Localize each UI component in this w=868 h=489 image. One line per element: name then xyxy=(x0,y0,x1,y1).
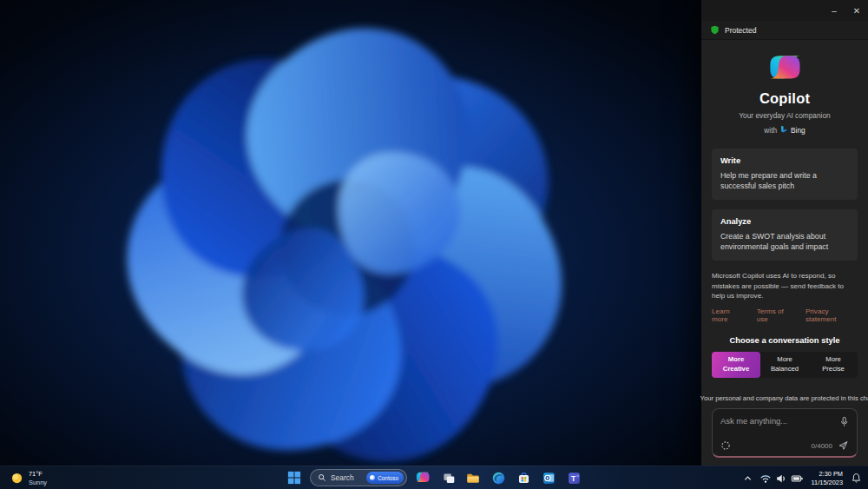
outlook-icon xyxy=(542,471,556,486)
store-icon xyxy=(516,471,531,486)
card-title: Write xyxy=(720,156,849,165)
with-label: with xyxy=(764,126,777,135)
bell-icon xyxy=(851,472,862,484)
teams-icon: T xyxy=(567,471,582,486)
copilot-icon xyxy=(415,471,431,485)
terms-of-use-link[interactable]: Terms of use xyxy=(757,307,794,323)
tray-time: 2:30 PM xyxy=(812,470,843,479)
taskbar: 71°F Sunny xyxy=(0,466,868,489)
microphone-button[interactable] xyxy=(839,416,849,427)
tray-status-group[interactable] xyxy=(757,469,806,488)
weather-condition: Sunny xyxy=(29,479,47,487)
tray-date: 11/15/2023 xyxy=(812,479,843,487)
volume-icon xyxy=(775,472,787,485)
style-more-balanced[interactable]: More Balanced xyxy=(760,352,809,378)
edge-icon xyxy=(491,471,506,486)
windows-logo-icon xyxy=(287,471,301,485)
taskbar-file-explorer[interactable] xyxy=(464,468,483,487)
minimize-button[interactable]: – xyxy=(823,0,845,21)
conversation-style-heading: Choose a conversation style xyxy=(712,335,858,345)
suggestion-card-analyze[interactable]: Analyze Create a SWOT analysis about env… xyxy=(712,209,858,261)
taskbar-copilot[interactable] xyxy=(413,468,432,487)
copilot-panel: – ✕ Protected Copilot Your everyday AI c… xyxy=(701,0,868,466)
taskbar-microsoft-store[interactable] xyxy=(514,468,533,487)
card-body: Help me prepare and write a successful s… xyxy=(720,170,849,192)
conversation-style-group: More Creative More Balanced More Precise xyxy=(712,352,858,378)
screenshot-icon xyxy=(720,440,731,451)
bing-icon xyxy=(779,125,788,135)
send-icon xyxy=(838,440,849,451)
search-input[interactable] xyxy=(331,473,362,482)
svg-text:T: T xyxy=(571,473,576,482)
learn-more-link[interactable]: Learn more xyxy=(712,307,746,323)
taskbar-teams[interactable]: T xyxy=(564,468,583,487)
weather-widget[interactable]: 71°F Sunny xyxy=(5,466,52,489)
search-brand-badge[interactable]: Contoso xyxy=(366,472,404,484)
tray-overflow-button[interactable] xyxy=(740,469,755,488)
screen: – ✕ Protected Copilot Your everyday AI c… xyxy=(0,0,868,489)
close-button[interactable]: ✕ xyxy=(845,0,868,21)
ai-disclaimer: Microsoft Copilot uses AI to respond, so… xyxy=(712,271,858,301)
copilot-logo-icon xyxy=(766,53,803,84)
page-title: Copilot xyxy=(712,90,858,107)
style-more-creative[interactable]: More Creative xyxy=(712,352,760,378)
protected-badge: Protected xyxy=(701,21,868,40)
chat-input-box[interactable]: 0/4000 xyxy=(712,408,858,458)
card-body: Create a SWOT analysis about environment… xyxy=(720,231,849,253)
notification-button[interactable] xyxy=(848,469,865,488)
panel-titlebar: – ✕ xyxy=(701,0,868,21)
style-more-precise[interactable]: More Precise xyxy=(809,352,858,378)
privacy-statement-link[interactable]: Privacy statement xyxy=(806,307,858,323)
screenshot-button[interactable] xyxy=(720,440,731,451)
brand-logo-icon xyxy=(370,475,375,480)
taskbar-outlook[interactable] xyxy=(539,468,558,487)
microphone-icon xyxy=(839,416,849,427)
chevron-up-icon xyxy=(743,474,753,483)
taskbar-search[interactable]: Contoso xyxy=(310,469,407,486)
send-button[interactable] xyxy=(838,440,849,451)
search-icon xyxy=(318,473,326,482)
weather-temp: 71°F xyxy=(29,470,47,479)
weather-text: 71°F Sunny xyxy=(29,470,47,487)
sun-icon xyxy=(10,472,23,485)
subtitle: Your everyday AI companion xyxy=(712,111,858,120)
chat-input[interactable] xyxy=(720,416,834,426)
taskbar-center: Contoso xyxy=(285,468,583,487)
network-icon xyxy=(760,472,772,485)
tray-clock[interactable]: 2:30 PM 11/15/2023 xyxy=(808,470,846,487)
start-button[interactable] xyxy=(285,468,304,487)
panel-body: Copilot Your everyday AI companion with … xyxy=(701,40,868,466)
footer-links: Learn more Terms of use Privacy statemen… xyxy=(712,307,858,323)
folder-icon xyxy=(465,471,481,486)
taskbar-edge[interactable] xyxy=(489,468,508,487)
shield-icon xyxy=(710,25,720,35)
task-view-icon xyxy=(441,471,456,486)
taskbar-task-view[interactable] xyxy=(438,468,457,487)
suggestion-card-write[interactable]: Write Help me prepare and write a succes… xyxy=(712,149,858,200)
protected-label: Protected xyxy=(725,26,756,35)
char-counter: 0/4000 xyxy=(812,442,832,450)
with-bing-row: with Bing xyxy=(712,125,858,135)
bing-label: Bing xyxy=(791,126,806,135)
data-protection-note: Your personal and company data are prote… xyxy=(712,394,858,402)
card-title: Analyze xyxy=(720,217,849,226)
system-tray: 2:30 PM 11/15/2023 xyxy=(740,466,865,489)
battery-icon xyxy=(791,472,804,485)
